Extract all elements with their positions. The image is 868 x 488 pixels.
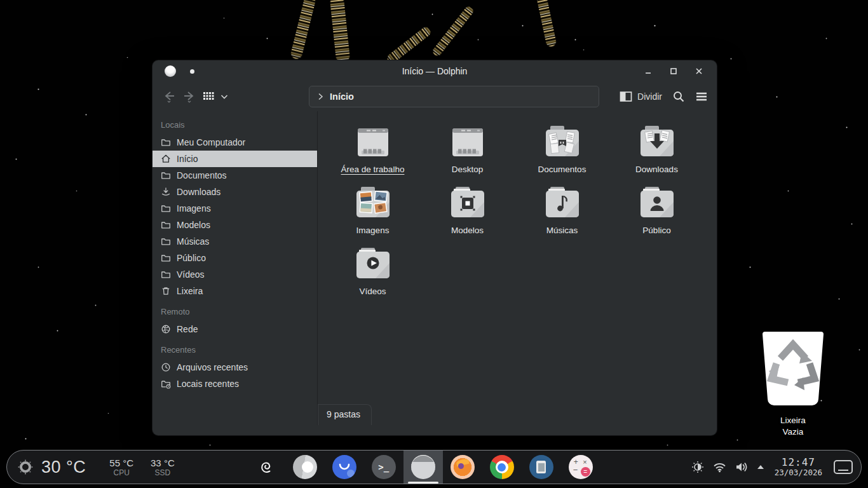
folder-item-publico[interactable]: Público	[609, 181, 704, 242]
clock-date: 23/03/2026	[775, 468, 822, 477]
split-view-button[interactable]: Dividir	[620, 91, 662, 102]
split-icon	[620, 91, 632, 102]
view-mode-grid-button[interactable]	[202, 90, 215, 103]
folder-item-downloads[interactable]: Downloads	[609, 120, 704, 181]
maximize-button[interactable]	[666, 64, 681, 79]
taskbar-app-zen-browser[interactable]	[325, 451, 364, 484]
folder-icon	[161, 253, 171, 263]
titlebar[interactable]: Início — Dolphin	[153, 60, 717, 82]
folder-icon	[161, 137, 171, 147]
taskbar-app-kde-connect[interactable]	[522, 451, 561, 484]
zen-browser-icon	[332, 455, 356, 479]
folder-icon	[161, 236, 171, 247]
folder-icon	[161, 170, 171, 180]
sidebar-item-documentos[interactable]: Documentos	[153, 167, 317, 184]
folder-item-area-de-trabalho[interactable]: Área de trabalho	[325, 120, 420, 181]
taskbar-app-dolphin-active[interactable]	[403, 451, 443, 484]
wifi-icon[interactable]	[713, 461, 726, 473]
taskbar-app-firefox[interactable]	[443, 451, 482, 484]
hamburger-menu-button[interactable]	[695, 92, 708, 102]
sidebar-item-modelos[interactable]: Modelos	[153, 217, 317, 233]
search-button[interactable]	[672, 90, 685, 103]
music-folder-icon	[542, 183, 583, 224]
folder-item-videos[interactable]: Vídeos	[325, 242, 420, 303]
clock-time: 12:47	[775, 457, 822, 468]
sidebar-item-imagens[interactable]: Imagens	[153, 200, 317, 217]
brightness-icon[interactable]	[691, 461, 704, 473]
sidebar-item-rede[interactable]: Rede	[153, 321, 317, 337]
section-header-remoto: Remoto	[153, 299, 317, 321]
close-button[interactable]	[691, 64, 707, 79]
titlebar-dot-icon	[190, 69, 194, 74]
taskbar-app-calculator[interactable]: + × − =	[561, 451, 600, 484]
sidebar-item-meu-computador[interactable]: Meu Computador	[153, 134, 317, 151]
sidebar-item-musicas[interactable]: Músicas	[153, 233, 317, 250]
taskbar-app-debian-launcher[interactable]	[246, 451, 285, 484]
back-button[interactable]	[161, 90, 177, 104]
desktop-trash-shortcut[interactable]: Lixeira Vazia	[757, 329, 829, 438]
sun-icon	[18, 459, 33, 475]
taskbar-app-terminal[interactable]: >_	[364, 451, 403, 484]
downloads-folder-icon	[637, 122, 677, 163]
folder-item-imagens[interactable]: Imagens	[325, 181, 420, 242]
folder-item-modelos[interactable]: Modelos	[420, 181, 515, 242]
sidebar-item-arquivos-recentes[interactable]: Arquivos recentes	[153, 359, 317, 376]
desktop-folder-icon	[447, 122, 488, 163]
download-icon	[161, 187, 171, 197]
sidebar-item-downloads[interactable]: Downloads	[153, 184, 317, 200]
ssd-temp-widget[interactable]: 33 °C SSD	[151, 458, 175, 477]
volume-icon[interactable]	[735, 461, 749, 473]
folder-icon	[161, 269, 171, 280]
taskbar-app-settings[interactable]	[285, 451, 325, 484]
starfield	[0, 0, 1, 1]
public-folder-icon	[637, 183, 677, 224]
minimize-button[interactable]	[641, 64, 656, 79]
show-desktop-button[interactable]	[834, 460, 853, 474]
folder-clock-icon	[161, 379, 171, 389]
forward-button[interactable]	[182, 90, 197, 104]
status-bar: 9 pastas	[318, 404, 372, 425]
weather-widget[interactable]: 30 °C	[18, 458, 86, 477]
images-folder-icon	[353, 183, 393, 224]
clock-icon	[161, 362, 171, 372]
split-label: Dividir	[637, 92, 662, 102]
globe-icon	[161, 324, 171, 334]
folder-item-musicas[interactable]: Músicas	[515, 181, 609, 242]
location-bar[interactable]: Início	[309, 86, 599, 107]
kde-connect-icon	[529, 455, 553, 479]
breadcrumb-location[interactable]: Início	[330, 92, 354, 102]
tray-expand-caret-icon[interactable]	[757, 465, 764, 469]
gold-sparkle-strand	[290, 0, 316, 60]
window-title: Início — Dolphin	[153, 66, 717, 76]
folder-icon	[161, 203, 171, 214]
folder-item-documentos[interactable]: Documentos	[515, 120, 609, 181]
section-header-recentes: Recentes	[153, 337, 317, 359]
sidebar-item-videos[interactable]: Vídeos	[153, 266, 317, 283]
places-panel: Locais Meu Computador Início Documentos …	[153, 111, 318, 425]
home-icon	[161, 154, 171, 164]
folder-view[interactable]: Área de trabalho Desktop	[318, 111, 717, 425]
firefox-icon	[451, 455, 475, 479]
terminal-icon: >_	[372, 455, 396, 479]
cpu-temp-widget[interactable]: 55 °C CPU	[109, 458, 133, 477]
dolphin-app-icon	[165, 65, 176, 77]
view-mode-dropdown-chevron[interactable]	[220, 93, 229, 100]
digital-clock[interactable]: 12:47 23/03/2026	[775, 457, 822, 478]
sidebar-item-locais-recentes[interactable]: Locais recentes	[153, 376, 317, 392]
sidebar-item-publico[interactable]: Público	[153, 250, 317, 266]
weather-temperature: 30 °C	[41, 458, 86, 477]
gold-sparkle-strand	[431, 5, 475, 58]
sidebar-item-lixeira[interactable]: Lixeira	[153, 283, 317, 299]
taskbar-app-chrome[interactable]	[482, 451, 522, 484]
trash-can-icon	[757, 329, 829, 410]
settings-icon	[293, 455, 317, 479]
sidebar-item-inicio[interactable]: Início	[153, 151, 317, 167]
debian-icon	[256, 458, 275, 477]
breadcrumb-chevron-icon	[316, 93, 324, 100]
dolphin-icon	[411, 455, 435, 479]
chrome-icon	[490, 455, 514, 479]
task-manager: >_ + × − =	[246, 451, 600, 484]
sensor-widgets[interactable]: 55 °C CPU 33 °C SSD	[109, 458, 174, 477]
gold-sparkle-strand	[330, 0, 351, 63]
folder-item-desktop[interactable]: Desktop	[420, 120, 515, 181]
